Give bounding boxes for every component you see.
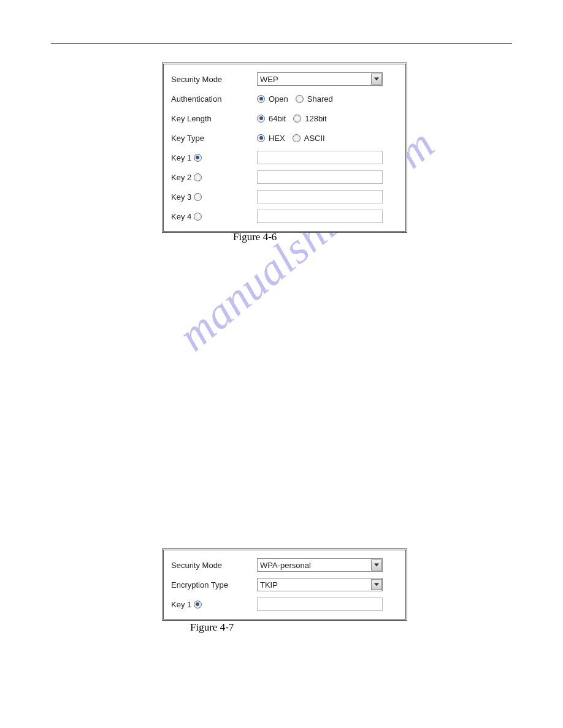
auth-shared-radio[interactable] [296,95,304,103]
security-mode-select[interactable]: WEP [257,72,383,86]
keytype-ascii-radio[interactable] [293,134,301,142]
security-mode-label: Security Mode [171,75,257,84]
wep-security-panel: Security Mode WEP Authentication Open Sh… [162,63,407,233]
svg-marker-1 [374,564,379,567]
keylength-128bit-label: 128bit [305,114,326,123]
key-length-label: Key Length [171,114,257,123]
keylength-64bit-label: 64bit [269,114,286,123]
encryption-type-value: TKIP [260,580,278,590]
chevron-down-icon [371,559,382,571]
keytype-hex-label: HEX [269,134,285,143]
wpa-security-panel: Security Mode WPA-personal Encryption Ty… [162,548,407,621]
key2-input[interactable] [257,170,383,184]
svg-marker-2 [374,583,379,586]
key4-label: Key 4 [171,212,191,221]
keytype-ascii-label: ASCII [304,134,325,143]
authentication-label: Authentication [171,94,257,104]
horizontal-rule [51,43,512,44]
chevron-down-icon [371,579,382,590]
keytype-hex-radio[interactable] [257,134,265,142]
key1-radio[interactable] [194,154,202,162]
figure-caption-1: Figure 4-6 [233,231,277,243]
auth-open-label: Open [269,94,288,104]
key1-label: Key 1 [171,153,191,162]
security-mode-label-2: Security Mode [171,561,257,570]
keylength-64bit-radio[interactable] [257,115,265,123]
key4-input[interactable] [257,210,383,223]
auth-shared-label: Shared [307,94,333,104]
key-type-label: Key Type [171,134,257,143]
security-mode-select-2[interactable]: WPA-personal [257,558,383,572]
chevron-down-icon [371,74,382,85]
key1-radio-2[interactable] [194,601,202,609]
key4-radio[interactable] [194,213,202,221]
key3-input[interactable] [257,190,383,203]
encryption-type-select[interactable]: TKIP [257,578,383,591]
security-mode-value-2: WPA-personal [260,561,311,570]
key3-radio[interactable] [194,193,202,201]
key1-input[interactable] [257,151,383,164]
figure-caption-2: Figure 4-7 [190,621,234,634]
key3-label: Key 3 [171,192,191,202]
key2-radio[interactable] [194,173,202,181]
key2-label: Key 2 [171,173,191,182]
keylength-128bit-radio[interactable] [293,115,301,123]
key1-label-2: Key 1 [171,600,191,609]
svg-marker-0 [374,78,379,81]
key1-input-2[interactable] [257,597,383,611]
security-mode-value: WEP [260,75,278,84]
encryption-type-label: Encryption Type [171,580,257,590]
auth-open-radio[interactable] [257,95,265,103]
